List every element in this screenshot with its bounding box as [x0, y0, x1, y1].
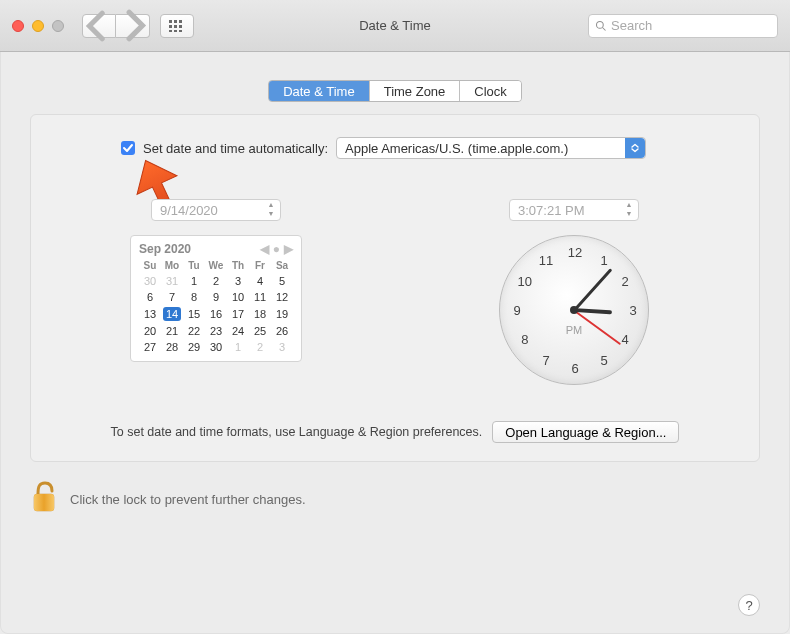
- search-field[interactable]: Search: [588, 14, 778, 38]
- clock-numeral: 12: [565, 245, 585, 260]
- calendar-day[interactable]: 22: [183, 323, 205, 339]
- calendar: Sep 2020 ◀ ● ▶ SuMoTuWeThFrSa 3031123456…: [130, 235, 302, 362]
- nav-buttons: [82, 14, 150, 38]
- segmented-control: Date & Time Time Zone Clock: [268, 80, 522, 102]
- svg-rect-0: [169, 20, 172, 23]
- calendar-dow: Th: [227, 258, 249, 273]
- calendar-dow: Tu: [183, 258, 205, 273]
- calendar-day[interactable]: 24: [227, 323, 249, 339]
- calendar-prev-button[interactable]: ◀: [260, 242, 269, 256]
- time-stepper[interactable]: ▲▼: [622, 201, 636, 219]
- forward-button[interactable]: [116, 14, 150, 38]
- time-column: 3:07:21 PM ▲▼ PM 123456789101112: [415, 199, 733, 385]
- unlock-icon[interactable]: [30, 480, 58, 518]
- calendar-day[interactable]: 28: [161, 339, 183, 355]
- time-field-value: 3:07:21 PM: [518, 203, 585, 218]
- zoom-window-button[interactable]: [52, 20, 64, 32]
- clock-numeral: 9: [507, 303, 527, 318]
- svg-rect-12: [34, 494, 54, 511]
- date-field[interactable]: 9/14/2020 ▲▼: [151, 199, 281, 221]
- date-column: 9/14/2020 ▲▼ Sep 2020 ◀ ● ▶ SuMoTuWeThFr…: [57, 199, 375, 385]
- calendar-day[interactable]: 15: [183, 305, 205, 323]
- calendar-dow: Su: [139, 258, 161, 273]
- lock-row: Click the lock to prevent further change…: [30, 480, 790, 518]
- calendar-dow: Mo: [161, 258, 183, 273]
- calendar-day[interactable]: 12: [271, 289, 293, 305]
- calendar-day[interactable]: 26: [271, 323, 293, 339]
- calendar-day[interactable]: 17: [227, 305, 249, 323]
- clock-numeral: 8: [515, 332, 535, 347]
- lock-text: Click the lock to prevent further change…: [70, 492, 306, 507]
- calendar-day[interactable]: 20: [139, 323, 161, 339]
- calendar-today-button[interactable]: ●: [273, 242, 280, 256]
- calendar-day[interactable]: 30: [205, 339, 227, 355]
- calendar-day[interactable]: 8: [183, 289, 205, 305]
- calendar-next-button[interactable]: ▶: [284, 242, 293, 256]
- tab-time-zone[interactable]: Time Zone: [370, 81, 461, 101]
- calendar-day[interactable]: 16: [205, 305, 227, 323]
- calendar-day[interactable]: 23: [205, 323, 227, 339]
- clock-numeral: 11: [536, 253, 556, 268]
- datetime-columns: 9/14/2020 ▲▼ Sep 2020 ◀ ● ▶ SuMoTuWeThFr…: [57, 199, 733, 385]
- show-all-preferences-button[interactable]: [160, 14, 194, 38]
- clock-numeral: 2: [615, 274, 635, 289]
- calendar-day[interactable]: 11: [249, 289, 271, 305]
- chevron-updown-icon: [625, 138, 645, 158]
- time-field[interactable]: 3:07:21 PM ▲▼: [509, 199, 639, 221]
- calendar-dow: We: [205, 258, 227, 273]
- svg-rect-2: [179, 20, 182, 23]
- calendar-day[interactable]: 14: [161, 305, 183, 323]
- tab-clock[interactable]: Clock: [460, 81, 521, 101]
- calendar-day[interactable]: 3: [271, 339, 293, 355]
- svg-rect-7: [174, 30, 177, 32]
- auto-datetime-checkbox[interactable]: [121, 141, 135, 155]
- minimize-window-button[interactable]: [32, 20, 44, 32]
- clock-numeral: 1: [594, 253, 614, 268]
- titlebar: Date & Time Search: [0, 0, 790, 52]
- tabs: Date & Time Time Zone Clock: [0, 80, 790, 102]
- clock-numeral: 7: [536, 353, 556, 368]
- date-stepper[interactable]: ▲▼: [264, 201, 278, 219]
- clock-minute-hand: [573, 268, 612, 311]
- calendar-day[interactable]: 25: [249, 323, 271, 339]
- svg-rect-6: [169, 30, 172, 32]
- calendar-day[interactable]: 2: [205, 273, 227, 289]
- svg-line-10: [603, 27, 606, 30]
- calendar-day[interactable]: 31: [161, 273, 183, 289]
- svg-point-9: [597, 21, 604, 28]
- calendar-day[interactable]: 2: [249, 339, 271, 355]
- auto-datetime-row: Set date and time automatically: Apple A…: [121, 137, 733, 159]
- close-window-button[interactable]: [12, 20, 24, 32]
- clock-numeral: 5: [594, 353, 614, 368]
- calendar-day[interactable]: 30: [139, 273, 161, 289]
- tab-date-and-time[interactable]: Date & Time: [269, 81, 370, 101]
- calendar-day[interactable]: 27: [139, 339, 161, 355]
- calendar-day[interactable]: 13: [139, 305, 161, 323]
- back-button[interactable]: [82, 14, 116, 38]
- calendar-dow: Sa: [271, 258, 293, 273]
- help-button[interactable]: ?: [738, 594, 760, 616]
- calendar-day[interactable]: 4: [249, 273, 271, 289]
- calendar-day[interactable]: 1: [183, 273, 205, 289]
- calendar-day[interactable]: 18: [249, 305, 271, 323]
- window-controls: [12, 20, 64, 32]
- calendar-day[interactable]: 9: [205, 289, 227, 305]
- time-server-dropdown[interactable]: Apple Americas/U.S. (time.apple.com.): [336, 137, 646, 159]
- calendar-day[interactable]: 10: [227, 289, 249, 305]
- svg-rect-1: [174, 20, 177, 23]
- calendar-day[interactable]: 1: [227, 339, 249, 355]
- open-language-region-button[interactable]: Open Language & Region...: [492, 421, 679, 443]
- clock-numeral: 10: [515, 274, 535, 289]
- calendar-day[interactable]: 29: [183, 339, 205, 355]
- calendar-dow: Fr: [249, 258, 271, 273]
- calendar-month-label: Sep 2020: [139, 242, 191, 256]
- calendar-day[interactable]: 3: [227, 273, 249, 289]
- calendar-day[interactable]: 19: [271, 305, 293, 323]
- calendar-grid: SuMoTuWeThFrSa 3031123456789101112131415…: [139, 258, 293, 355]
- calendar-day[interactable]: 7: [161, 289, 183, 305]
- calendar-day[interactable]: 21: [161, 323, 183, 339]
- preferences-window: Date & Time Search Date & Time Time Zone…: [0, 0, 790, 634]
- calendar-day[interactable]: 5: [271, 273, 293, 289]
- auto-datetime-label: Set date and time automatically:: [143, 141, 328, 156]
- calendar-day[interactable]: 6: [139, 289, 161, 305]
